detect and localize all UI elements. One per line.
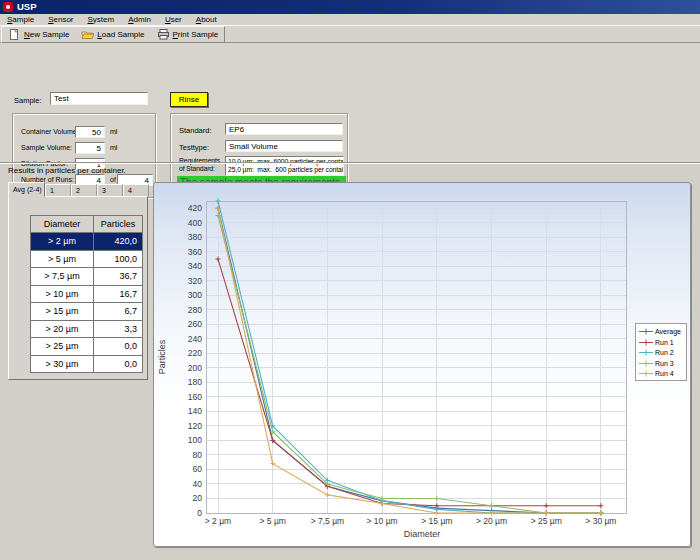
table-row[interactable]: > 2 µm420,0 [31, 233, 143, 251]
particles-chart: 0204060801001201401601802002202402602803… [154, 183, 690, 546]
field-suffix-sample-volume: ml [110, 144, 117, 151]
table-row[interactable]: > 30 µm0,0 [31, 355, 143, 373]
results-heading: Results in particles per container. [8, 166, 126, 175]
menu-item-about[interactable]: About [189, 15, 224, 24]
legend-swatch-run-2 [639, 349, 653, 356]
svg-text:340: 340 [188, 261, 202, 271]
series-run-3 [216, 213, 604, 515]
open-folder-icon [81, 29, 94, 40]
cell-particles: 100,0 [94, 250, 143, 268]
cell-diameter: > 25 µm [31, 338, 94, 356]
legend-label-run-4: Run 4 [655, 370, 674, 377]
chart-panel: 0204060801001201401601802002202402602803… [153, 182, 691, 547]
cell-particles: 420,0 [94, 233, 143, 251]
testtype-input[interactable] [225, 140, 343, 152]
column-header-diameter: Diameter [31, 216, 94, 233]
marker-run-4 [380, 501, 385, 506]
table-row[interactable]: > 5 µm100,0 [31, 250, 143, 268]
table-row[interactable]: > 25 µm0,0 [31, 338, 143, 356]
table-row[interactable]: > 10 µm16,7 [31, 285, 143, 303]
field-suffix-number-of-runs: of [110, 176, 116, 183]
field-label-container-volume: Container Volume: [21, 128, 79, 135]
svg-text:400: 400 [188, 218, 202, 228]
svg-text:60: 60 [193, 464, 203, 474]
menu-item-sample[interactable]: Sample [0, 15, 41, 24]
legend-label-average: Average [655, 328, 681, 335]
svg-text:> 2 µm: > 2 µm [205, 516, 231, 526]
column-header-particles: Particles [94, 216, 143, 233]
legend-item-average: Average [639, 328, 684, 335]
cell-diameter: > 30 µm [31, 355, 94, 373]
legend-item-run-4: Run 4 [639, 370, 684, 377]
marker-run-3 [434, 496, 439, 501]
svg-text:> 15 µm: > 15 µm [421, 516, 452, 526]
svg-text:0: 0 [197, 508, 202, 518]
toolbar-button-new-sample[interactable]: New Sample [6, 29, 71, 40]
marker-run-1 [216, 257, 221, 262]
standard-input[interactable] [225, 123, 343, 135]
series-line-run-2 [218, 201, 601, 513]
x-axis-labels: > 2 µm> 5 µm> 7,5 µm> 10 µm> 15 µm> 20 µ… [205, 516, 617, 526]
field-suffix-container-volume: ml [110, 128, 117, 135]
svg-text:Diameter: Diameter [404, 529, 441, 539]
standard-label: Standard: [179, 126, 212, 135]
legend-label-run-2: Run 2 [655, 349, 674, 356]
table-row[interactable]: > 20 µm3,3 [31, 320, 143, 338]
field-input-sample-volume[interactable] [75, 142, 105, 154]
svg-text:260: 260 [188, 319, 202, 329]
svg-text:> 10 µm: > 10 µm [367, 516, 398, 526]
legend-swatch-average [639, 328, 653, 335]
marker-run-3 [489, 503, 494, 508]
requirements-label: Requirements of Standard: [179, 157, 225, 173]
menu-bar: SampleSensorSystemAdminUserAbout [0, 14, 700, 25]
toolbar-button-load-sample[interactable]: Load Sample [79, 29, 146, 40]
cell-diameter: > 2 µm [31, 233, 94, 251]
field-input-container-volume[interactable] [75, 126, 105, 138]
cell-particles: 0,0 [94, 355, 143, 373]
legend-swatch-run-4 [639, 370, 653, 377]
marker-run-4 [489, 511, 494, 516]
printer-icon [157, 29, 170, 40]
table-row[interactable]: > 7,5 µm36,7 [31, 268, 143, 286]
svg-text:300: 300 [188, 290, 202, 300]
sample-form: Sample: Rinse Container Volume:mlSample … [0, 43, 700, 162]
svg-text:20: 20 [193, 493, 203, 503]
menu-item-user[interactable]: User [158, 15, 189, 24]
cell-diameter: > 7,5 µm [31, 268, 94, 286]
marker-run-4 [325, 492, 330, 497]
cell-particles: 36,7 [94, 268, 143, 286]
toolbar-button-print-sample[interactable]: Print Sample [155, 29, 221, 40]
sample-input[interactable] [50, 92, 148, 105]
legend-item-run-1: Run 1 [639, 339, 684, 346]
svg-text:220: 220 [188, 348, 202, 358]
series-run-2 [216, 199, 604, 516]
menu-item-sensor[interactable]: Sensor [41, 15, 80, 24]
toolbar-button-label: Print Sample [173, 30, 219, 39]
svg-text:420: 420 [188, 203, 202, 213]
particles-table: DiameterParticles > 2 µm420,0> 5 µm100,0… [30, 215, 143, 373]
marker-run-4 [270, 461, 275, 466]
svg-text:> 30 µm: > 30 µm [585, 516, 616, 526]
svg-text:> 20 µm: > 20 µm [476, 516, 507, 526]
cell-diameter: > 10 µm [31, 285, 94, 303]
svg-text:280: 280 [188, 305, 202, 315]
svg-text:360: 360 [188, 247, 202, 257]
table-row[interactable]: > 15 µm6,7 [31, 303, 143, 321]
menu-item-admin[interactable]: Admin [121, 15, 158, 24]
legend-swatch-run-1 [639, 339, 653, 346]
legend-swatch-run-3 [639, 360, 653, 367]
marker-run-4 [598, 511, 603, 516]
toolbar-button-label: New Sample [24, 30, 69, 39]
title-bar: USP [0, 0, 700, 14]
results-tab-page: DiameterParticles > 2 µm420,0> 5 µm100,0… [8, 196, 148, 380]
cell-particles: 3,3 [94, 320, 143, 338]
marker-run-1 [544, 503, 549, 508]
svg-text:140: 140 [188, 406, 202, 416]
svg-text:> 5 µm: > 5 µm [259, 516, 285, 526]
testtype-label: Testtype: [179, 143, 209, 152]
tab-avg-2-4[interactable]: Avg (2-4) [8, 182, 45, 197]
field-label-sample-volume: Sample Volume: [21, 144, 72, 151]
menu-item-system[interactable]: System [81, 15, 122, 24]
svg-text:40: 40 [193, 479, 203, 489]
rinse-button[interactable]: Rinse [170, 92, 208, 107]
